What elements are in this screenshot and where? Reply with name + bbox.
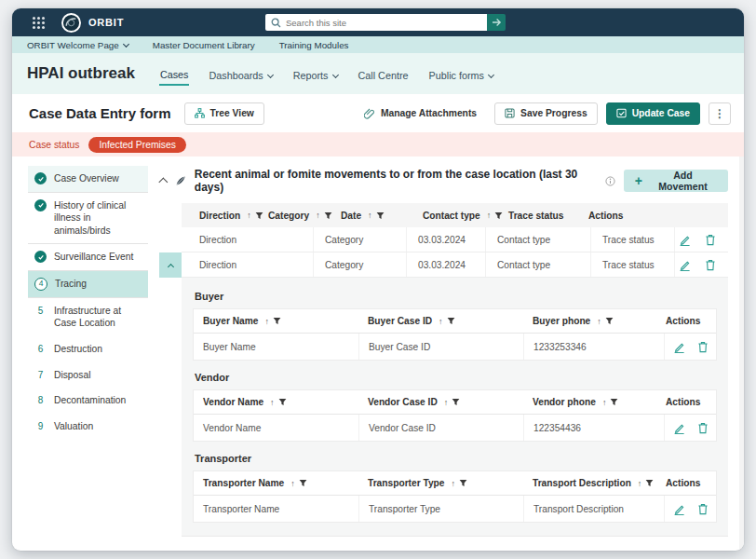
sort-icon[interactable]: ↑ (439, 317, 443, 326)
nav-orbit-welcome-page[interactable]: ORBIT Welcome Page (27, 40, 128, 50)
add-movement-button[interactable]: + Add Movement (624, 170, 728, 192)
movement-row[interactable]: Direction Category 03.03.2024 Contact ty… (182, 227, 728, 252)
step-valuation[interactable]: 9 Valuation (28, 414, 148, 440)
filter-icon[interactable] (299, 479, 307, 487)
check-circle-icon (34, 199, 47, 211)
filter-icon[interactable] (447, 317, 455, 325)
step-disposal[interactable]: 7 Disposal (28, 362, 148, 389)
delete-icon[interactable] (697, 341, 709, 353)
filter-icon[interactable] (605, 317, 614, 325)
search-submit-button[interactable] (487, 14, 506, 31)
sort-icon[interactable]: ↑ (368, 211, 372, 220)
cell-contact-type: Contact type (485, 227, 590, 252)
col-transporter-name[interactable]: Transporter Name↑ (194, 478, 358, 488)
tab-call-centre[interactable]: Call Centre (358, 66, 410, 85)
delete-icon[interactable] (697, 503, 709, 515)
tree-view-button[interactable]: Tree View (184, 102, 264, 125)
edit-icon[interactable] (673, 422, 685, 434)
step-case-overview[interactable]: Case Overview (28, 166, 148, 193)
filter-icon[interactable] (494, 211, 503, 220)
section-header: Recent animal or fomite movements to or … (152, 168, 728, 194)
nav-master-document-library[interactable]: Master Document Library (153, 40, 255, 50)
case-status-bar: Case status Infected Premises (12, 132, 744, 157)
collapse-row-button[interactable] (159, 252, 182, 278)
filter-icon[interactable] (610, 398, 618, 406)
col-direction[interactable]: Direction↑ (199, 211, 268, 221)
cell-trace-status: Trace status (590, 252, 674, 277)
delete-icon[interactable] (697, 422, 709, 434)
vendor-row[interactable]: Vendor Name Vendor Case ID 122354436 (194, 415, 716, 441)
filter-icon[interactable] (645, 479, 654, 487)
buyer-section-title: Buyer (195, 291, 717, 302)
col-vendor-case-id[interactable]: Vendor Case ID↑ (358, 397, 523, 407)
app-launcher-icon[interactable] (33, 17, 45, 29)
col-buyer-phone[interactable]: Buyer phone↑ (523, 316, 664, 326)
col-buyer-case-id[interactable]: Buyer Case ID↑ (358, 316, 523, 326)
tab-reports[interactable]: Reports (292, 66, 339, 85)
step-decontamination[interactable]: 8 Decontamination (28, 388, 148, 414)
search-icon (271, 18, 281, 28)
nav-training-modules[interactable]: Training Modules (279, 40, 349, 50)
sort-icon[interactable]: ↑ (487, 211, 492, 220)
filter-icon[interactable] (376, 211, 385, 220)
col-category[interactable]: Category↑ (268, 211, 341, 221)
more-options-button[interactable]: ⋮ (709, 102, 731, 125)
col-trace-status[interactable]: Trace status (508, 211, 588, 221)
col-actions: Actions (664, 397, 716, 407)
sort-icon[interactable]: ↑ (247, 211, 251, 220)
step-tracing[interactable]: 4 Tracing (28, 271, 148, 298)
col-actions: Actions (664, 478, 716, 488)
col-contact-type[interactable]: Contact type↑ (423, 211, 508, 221)
tab-public-forms[interactable]: Public forms (428, 66, 494, 85)
sort-icon[interactable]: ↑ (602, 398, 607, 407)
delete-icon[interactable] (705, 259, 716, 271)
sort-icon[interactable]: ↑ (638, 479, 642, 488)
sort-icon[interactable]: ↑ (597, 317, 601, 326)
save-progress-button[interactable]: Save Progress (494, 102, 598, 125)
transporter-row[interactable]: Transporter Name Transporter Type Transp… (194, 496, 716, 522)
edit-icon[interactable] (673, 503, 685, 515)
filter-icon[interactable] (452, 398, 460, 406)
movement-row-expanded[interactable]: Direction Category 03.03.2024 Contact ty… (182, 252, 728, 278)
info-icon[interactable] (605, 176, 615, 186)
sort-icon[interactable]: ↑ (290, 479, 295, 488)
step-infrastructure[interactable]: 5 Infrastructure at Case Location (28, 298, 148, 336)
form-steps-sidebar: Case Overview History of clinical illnes… (12, 157, 148, 551)
manage-attachments-button[interactable]: Manage Attachments (355, 102, 486, 125)
filter-icon[interactable] (324, 211, 332, 220)
sort-icon[interactable]: ↑ (444, 398, 449, 407)
buyer-row[interactable]: Buyer Name Buyer Case ID 1233253346 (194, 334, 716, 360)
filter-icon[interactable] (459, 479, 467, 487)
orbit-logo[interactable] (61, 13, 81, 33)
col-transporter-type[interactable]: Transporter Type↑ (358, 478, 523, 488)
chevron-down-icon (488, 71, 494, 77)
update-case-button[interactable]: Update Case (606, 102, 700, 125)
content-area: Case Overview History of clinical illnes… (12, 157, 744, 551)
sort-icon[interactable]: ↑ (264, 317, 269, 326)
edit-icon[interactable] (679, 234, 691, 246)
sort-icon[interactable]: ↑ (270, 398, 275, 407)
col-buyer-name[interactable]: Buyer Name↑ (194, 316, 358, 326)
filter-icon[interactable] (255, 211, 263, 220)
cell-category: Category (313, 252, 406, 277)
search-input[interactable] (265, 14, 487, 31)
top-bar: ORBIT (12, 8, 744, 36)
step-destruction[interactable]: 6 Destruction (28, 336, 148, 362)
step-history-clinical-illness[interactable]: History of clinical illness in animals/b… (28, 193, 148, 245)
edit-icon[interactable] (679, 259, 691, 271)
collapse-section-icon[interactable] (159, 178, 169, 187)
filter-icon[interactable] (278, 398, 287, 406)
edit-icon[interactable] (673, 341, 685, 353)
sort-icon[interactable]: ↑ (316, 211, 320, 220)
tab-dashboards[interactable]: Dashboards (208, 66, 273, 85)
col-vendor-phone[interactable]: Vendor phone↑ (523, 397, 664, 407)
step-surveillance-event[interactable]: Surveillance Event (28, 244, 148, 271)
col-transport-description[interactable]: Transport Description↑ (523, 478, 664, 488)
col-vendor-name[interactable]: Vendor Name↑ (194, 397, 358, 407)
col-actions: Actions (588, 211, 728, 221)
sort-icon[interactable]: ↑ (451, 479, 455, 488)
delete-icon[interactable] (705, 234, 716, 246)
filter-icon[interactable] (273, 317, 281, 325)
col-date[interactable]: Date↑ (341, 211, 423, 221)
tab-cases[interactable]: Cases (159, 65, 190, 86)
